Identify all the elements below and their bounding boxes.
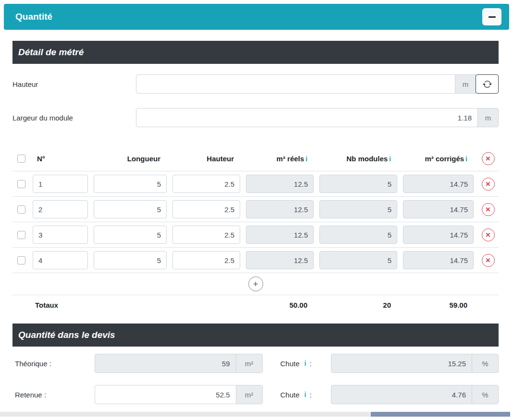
retenue-label: Retenue :: [12, 391, 95, 399]
row-hauteur-input[interactable]: [172, 175, 240, 193]
info-icon[interactable]: i: [465, 155, 467, 163]
chute-retenue-field: [331, 385, 473, 404]
col-longueur: Longueur: [94, 155, 167, 163]
delete-row-button[interactable]: ✕: [482, 203, 495, 216]
largeur-input[interactable]: [136, 108, 478, 127]
theorique-label: Théorique :: [12, 360, 95, 368]
row-nb-modules-field: [319, 226, 397, 244]
horizontal-scrollbar-track[interactable]: [0, 412, 510, 417]
row-m2-reels-field: [246, 175, 314, 193]
delete-row-button[interactable]: ✕: [482, 178, 495, 191]
row-hauteur-input[interactable]: [172, 200, 240, 218]
row-num-input[interactable]: [33, 226, 88, 244]
row-longueur-input[interactable]: [94, 251, 167, 269]
retenue-unit: m²: [236, 385, 263, 404]
row-num-input[interactable]: [33, 175, 88, 193]
metre-section-title: Détail de métré: [18, 47, 84, 58]
retenue-row: Retenue : m² Chute i : %: [12, 385, 499, 404]
devis-section-title: Quantité dans le devis: [18, 330, 115, 340]
hauteur-unit: m: [455, 74, 476, 94]
row-select-checkbox[interactable]: [17, 231, 25, 239]
refresh-icon: [483, 80, 492, 89]
row-m2-reels-field: [246, 200, 314, 218]
minus-icon: [489, 16, 496, 18]
info-icon[interactable]: i: [389, 155, 391, 163]
row-select-checkbox[interactable]: [17, 205, 25, 214]
chute-theorique-unit: %: [472, 354, 499, 373]
row-select-checkbox[interactable]: [17, 180, 25, 188]
row-m2-corriges-field: [403, 200, 474, 218]
hauteur-input[interactable]: [136, 74, 455, 94]
row-hauteur-input[interactable]: [172, 226, 240, 244]
col-nb-modules: Nb modulesi: [319, 155, 397, 163]
table-row: ✕: [12, 248, 499, 273]
theorique-row: Théorique : m² Chute i : %: [12, 354, 499, 373]
col-hauteur: Hauteur: [172, 155, 240, 163]
row-longueur-input[interactable]: [94, 226, 167, 244]
row-num-input[interactable]: [33, 200, 88, 218]
theorique-unit: m²: [236, 354, 263, 373]
add-row-button[interactable]: +: [248, 276, 263, 291]
row-longueur-input[interactable]: [94, 175, 167, 193]
row-hauteur-input[interactable]: [172, 251, 240, 269]
largeur-row: Largeur du module m: [12, 108, 499, 127]
table-row: ✕: [12, 222, 499, 248]
theorique-field: [95, 354, 236, 373]
row-nb-modules-field: [319, 200, 397, 218]
chute-retenue-unit: %: [472, 385, 499, 404]
panel-header: Quantité: [4, 4, 509, 30]
hauteur-label: Hauteur: [12, 80, 136, 88]
total-m2-reels: 50.00: [246, 301, 314, 309]
row-m2-reels-field: [246, 251, 314, 269]
metre-section-header: Détail de métré: [12, 41, 499, 64]
totals-label: Totaux: [33, 301, 88, 309]
row-m2-corriges-field: [403, 226, 474, 244]
table-row: ✕: [12, 197, 499, 222]
row-nb-modules-field: [319, 175, 397, 193]
col-m2-reels: m² réelsi: [246, 155, 314, 163]
info-icon[interactable]: i: [305, 391, 306, 398]
delete-all-button[interactable]: ✕: [482, 152, 495, 165]
row-m2-corriges-field: [403, 175, 474, 193]
totals-row: Totaux 50.00 20 59.00: [12, 295, 499, 317]
largeur-label: Largeur du module: [12, 114, 136, 122]
refresh-button[interactable]: [476, 74, 499, 94]
table-header: N° Longueur Hauteur m² réelsi Nb modules…: [12, 142, 499, 171]
row-nb-modules-field: [319, 251, 397, 269]
largeur-unit: m: [477, 108, 499, 127]
chute-theorique-field: [331, 354, 473, 373]
delete-row-button[interactable]: ✕: [482, 228, 495, 241]
total-nb-modules: 20: [319, 301, 397, 309]
hauteur-row: Hauteur m: [12, 74, 499, 94]
total-m2-corriges: 59.00: [403, 301, 474, 309]
plus-icon: +: [253, 279, 258, 288]
collapse-button[interactable]: [482, 8, 501, 25]
table-row: ✕: [12, 171, 499, 197]
col-num: N°: [33, 155, 88, 163]
row-m2-reels-field: [246, 226, 314, 244]
info-icon[interactable]: i: [305, 360, 306, 367]
retenue-input[interactable]: [95, 385, 236, 404]
panel-title: Quantité: [15, 12, 52, 22]
info-icon[interactable]: i: [305, 155, 307, 163]
select-all-checkbox[interactable]: [17, 155, 25, 163]
horizontal-scrollbar-thumb[interactable]: [371, 412, 510, 417]
chute-theorique-label: Chute i :: [281, 360, 331, 368]
chute-retenue-label: Chute i :: [281, 391, 331, 399]
row-longueur-input[interactable]: [94, 200, 167, 218]
devis-section-header: Quantité dans le devis: [12, 324, 499, 347]
delete-row-button[interactable]: ✕: [482, 254, 495, 267]
row-m2-corriges-field: [403, 251, 474, 269]
add-row-container: +: [12, 273, 499, 295]
col-m2-corriges: m² corrigési: [403, 155, 474, 163]
row-num-input[interactable]: [33, 251, 88, 269]
row-select-checkbox[interactable]: [17, 256, 25, 264]
